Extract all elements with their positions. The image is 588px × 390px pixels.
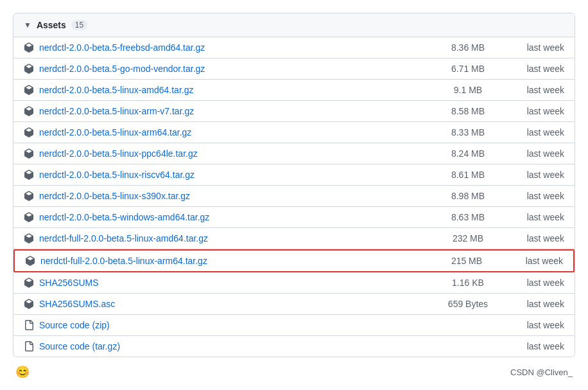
asset-size: 659 Bytes bbox=[436, 299, 500, 309]
asset-time: last week bbox=[500, 170, 564, 180]
asset-time: last week bbox=[500, 212, 564, 222]
asset-name-link[interactable]: SHA256SUMS.asc bbox=[39, 299, 436, 309]
asset-row: nerdctl-2.0.0-beta.5-linux-s390x.tar.gz8… bbox=[13, 186, 575, 207]
asset-time: last week bbox=[500, 320, 564, 330]
asset-name-link[interactable]: SHA256SUMS bbox=[39, 278, 436, 288]
asset-name-link[interactable]: nerdctl-2.0.0-beta.5-linux-s390x.tar.gz bbox=[39, 191, 436, 201]
asset-size: 8.36 MB bbox=[436, 42, 500, 53]
asset-time: last week bbox=[500, 148, 564, 159]
asset-size: 1.16 KB bbox=[436, 278, 500, 288]
asset-name-link[interactable]: nerdctl-full-2.0.0-beta.5-linux-arm64.ta… bbox=[40, 256, 435, 266]
package-icon bbox=[24, 85, 34, 95]
package-icon bbox=[24, 64, 34, 74]
asset-size: 8.33 MB bbox=[436, 127, 500, 137]
asset-row: nerdctl-2.0.0-beta.5-linux-arm-v7.tar.gz… bbox=[13, 101, 575, 122]
package-icon bbox=[25, 256, 35, 266]
source-icon bbox=[24, 341, 34, 351]
assets-list: nerdctl-2.0.0-beta.5-freebsd-amd64.tar.g… bbox=[13, 37, 575, 357]
package-icon bbox=[24, 170, 34, 180]
asset-row: SHA256SUMS.asc659 Byteslast week bbox=[13, 294, 575, 315]
asset-time: last week bbox=[500, 299, 564, 309]
asset-size: 215 MB bbox=[435, 256, 499, 266]
asset-row: nerdctl-2.0.0-beta.5-linux-amd64.tar.gz9… bbox=[13, 80, 575, 101]
asset-time: last week bbox=[500, 127, 564, 137]
asset-size: 8.24 MB bbox=[436, 148, 500, 159]
asset-row: nerdctl-full-2.0.0-beta.5-linux-amd64.ta… bbox=[13, 228, 575, 249]
package-icon bbox=[24, 127, 34, 137]
asset-row: nerdctl-2.0.0-beta.5-go-mod-vendor.tar.g… bbox=[13, 58, 575, 80]
package-icon bbox=[24, 299, 34, 309]
asset-name-link[interactable]: Source code (zip) bbox=[39, 320, 436, 330]
package-icon bbox=[24, 233, 34, 244]
asset-size: 8.58 MB bbox=[436, 106, 500, 116]
asset-name-link[interactable]: nerdctl-2.0.0-beta.5-linux-ppc64le.tar.g… bbox=[39, 148, 436, 159]
asset-time: last week bbox=[500, 106, 564, 116]
footer-credit: CSDN @Cliven_ bbox=[510, 368, 573, 377]
asset-row: nerdctl-2.0.0-beta.5-linux-arm64.tar.gz8… bbox=[13, 122, 575, 143]
source-icon bbox=[24, 320, 34, 330]
asset-name-link[interactable]: nerdctl-2.0.0-beta.5-linux-arm-v7.tar.gz bbox=[39, 106, 436, 116]
asset-time: last week bbox=[500, 64, 564, 74]
asset-row: nerdctl-2.0.0-beta.5-linux-ppc64le.tar.g… bbox=[13, 143, 575, 164]
assets-count: 15 bbox=[71, 20, 87, 30]
asset-time: last week bbox=[500, 191, 564, 201]
asset-size: 8.61 MB bbox=[436, 170, 500, 180]
asset-row: Source code (zip)last week bbox=[13, 315, 575, 336]
asset-time: last week bbox=[500, 42, 564, 53]
asset-time: last week bbox=[500, 341, 564, 351]
asset-size: 6.71 MB bbox=[436, 64, 500, 74]
asset-time: last week bbox=[500, 278, 564, 288]
asset-size: 8.98 MB bbox=[436, 191, 500, 201]
package-icon bbox=[24, 191, 34, 201]
asset-row: nerdctl-2.0.0-beta.5-windows-amd64.tar.g… bbox=[13, 207, 575, 228]
asset-name-link[interactable]: nerdctl-2.0.0-beta.5-freebsd-amd64.tar.g… bbox=[39, 42, 436, 53]
asset-time: last week bbox=[500, 85, 564, 95]
asset-time: last week bbox=[499, 256, 563, 266]
asset-row: Source code (tar.gz)last week bbox=[13, 336, 575, 357]
footer-emoji: 😊 bbox=[15, 365, 30, 379]
package-icon bbox=[24, 278, 34, 288]
assets-title: Assets bbox=[37, 20, 66, 30]
footer: 😊 CSDN @Cliven_ bbox=[13, 357, 575, 379]
package-icon bbox=[24, 42, 34, 53]
asset-name-link[interactable]: nerdctl-2.0.0-beta.5-windows-amd64.tar.g… bbox=[39, 212, 436, 222]
asset-name-link[interactable]: Source code (tar.gz) bbox=[39, 341, 436, 351]
asset-row: nerdctl-2.0.0-beta.5-linux-riscv64.tar.g… bbox=[13, 164, 575, 186]
asset-name-link[interactable]: nerdctl-2.0.0-beta.5-linux-arm64.tar.gz bbox=[39, 127, 436, 137]
package-icon bbox=[24, 212, 34, 222]
asset-time: last week bbox=[500, 233, 564, 244]
asset-row: nerdctl-2.0.0-beta.5-freebsd-amd64.tar.g… bbox=[13, 37, 575, 58]
asset-name-link[interactable]: nerdctl-2.0.0-beta.5-linux-amd64.tar.gz bbox=[39, 85, 436, 95]
assets-container: ▼ Assets 15 nerdctl-2.0.0-beta.5-freebsd… bbox=[13, 13, 575, 357]
asset-name-link[interactable]: nerdctl-2.0.0-beta.5-go-mod-vendor.tar.g… bbox=[39, 64, 436, 74]
asset-row: nerdctl-full-2.0.0-beta.5-linux-arm64.ta… bbox=[13, 249, 575, 272]
asset-size: 232 MB bbox=[436, 233, 500, 244]
asset-size: 9.1 MB bbox=[436, 85, 500, 95]
asset-name-link[interactable]: nerdctl-2.0.0-beta.5-linux-riscv64.tar.g… bbox=[39, 170, 436, 180]
asset-row: SHA256SUMS1.16 KBlast week bbox=[13, 272, 575, 294]
assets-header: ▼ Assets 15 bbox=[13, 13, 575, 37]
collapse-triangle[interactable]: ▼ bbox=[24, 21, 31, 30]
asset-name-link[interactable]: nerdctl-full-2.0.0-beta.5-linux-amd64.ta… bbox=[39, 233, 436, 244]
package-icon bbox=[24, 106, 34, 116]
asset-size: 8.63 MB bbox=[436, 212, 500, 222]
package-icon bbox=[24, 148, 34, 159]
